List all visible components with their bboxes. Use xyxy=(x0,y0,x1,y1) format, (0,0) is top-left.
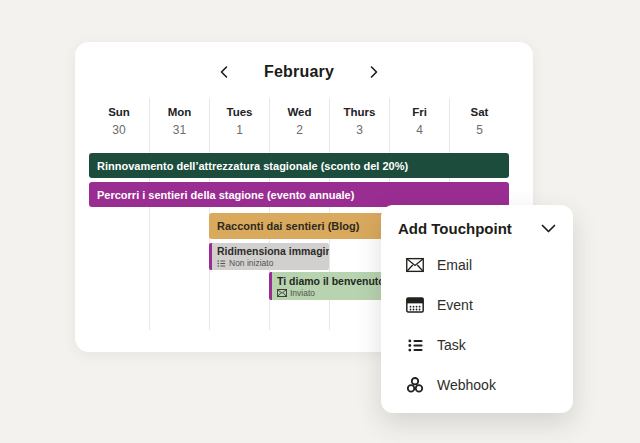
menu-item-email[interactable]: Email xyxy=(406,245,573,285)
touchpoint-menu: Email Event xyxy=(381,237,573,405)
menu-item-task[interactable]: Task xyxy=(406,325,573,365)
event-title: Racconti dai sentieri (Blog) xyxy=(217,220,359,232)
day-name: Fri xyxy=(390,106,449,118)
event-status-label: Non iniziato xyxy=(229,258,273,268)
event-bar-ridimensiona[interactable]: Ridimensiona immagini Non iniziato xyxy=(209,243,329,270)
list-icon xyxy=(406,336,424,354)
panel-title: Add Touchpoint xyxy=(398,220,512,237)
menu-item-label: Webhook xyxy=(437,377,496,393)
day-number: 30 xyxy=(89,123,149,137)
chevron-down-icon xyxy=(541,224,556,233)
day-column-sun: Sun 30 xyxy=(89,98,149,330)
event-bar-benvenuto[interactable]: Ti diamo il benvenuto Inviato xyxy=(269,272,389,300)
envelope-icon xyxy=(277,289,287,297)
event-bar-rinnovamento[interactable]: Rinnovamento dell’attrezzatura stagional… xyxy=(89,153,509,178)
day-name: Mon xyxy=(150,106,209,118)
event-title: Ridimensiona immagini xyxy=(217,245,329,257)
menu-item-webhook[interactable]: Webhook xyxy=(406,365,573,405)
day-column-mon: Mon 31 xyxy=(149,98,209,330)
menu-item-label: Email xyxy=(437,257,472,273)
webhook-icon xyxy=(406,376,424,394)
event-status: Inviato xyxy=(277,288,389,298)
day-number: 4 xyxy=(390,123,449,137)
list-icon xyxy=(217,259,226,268)
day-name: Tues xyxy=(210,106,269,118)
add-touchpoint-panel: Add Touchpoint Email xyxy=(381,205,573,413)
chevron-right-icon xyxy=(368,65,380,79)
event-title: Ti diamo il benvenuto xyxy=(277,275,389,287)
chevron-left-icon xyxy=(218,65,230,79)
day-name: Wed xyxy=(270,106,329,118)
day-number: 3 xyxy=(330,123,389,137)
event-status-label: Inviato xyxy=(290,288,315,298)
menu-item-event[interactable]: Event xyxy=(406,285,573,325)
calendar-header: February xyxy=(89,58,509,86)
day-name: Thurs xyxy=(330,106,389,118)
month-title: February xyxy=(264,63,334,81)
menu-item-label: Event xyxy=(437,297,473,313)
event-bar-racconti[interactable]: Racconti dai sentieri (Blog) xyxy=(209,213,389,239)
page-background: February Sun 30 Mon 31 Tues 1 Wed xyxy=(0,0,640,443)
email-icon xyxy=(406,256,424,274)
next-month-button[interactable] xyxy=(366,63,382,81)
prev-month-button[interactable] xyxy=(216,63,232,81)
add-touchpoint-toggle[interactable]: Add Touchpoint xyxy=(381,205,573,237)
day-name: Sun xyxy=(89,106,149,118)
event-status: Non iniziato xyxy=(217,258,329,268)
day-number: 31 xyxy=(150,123,209,137)
day-number: 1 xyxy=(210,123,269,137)
menu-item-label: Task xyxy=(437,337,466,353)
day-number: 5 xyxy=(450,123,509,137)
day-number: 2 xyxy=(270,123,329,137)
event-title: Percorri i sentieri della stagione (even… xyxy=(97,189,354,201)
event-title: Rinnovamento dell’attrezzatura stagional… xyxy=(97,160,408,172)
event-bar-percorri[interactable]: Percorri i sentieri della stagione (even… xyxy=(89,182,509,207)
calendar-icon xyxy=(406,296,424,314)
day-name: Sat xyxy=(450,106,509,118)
